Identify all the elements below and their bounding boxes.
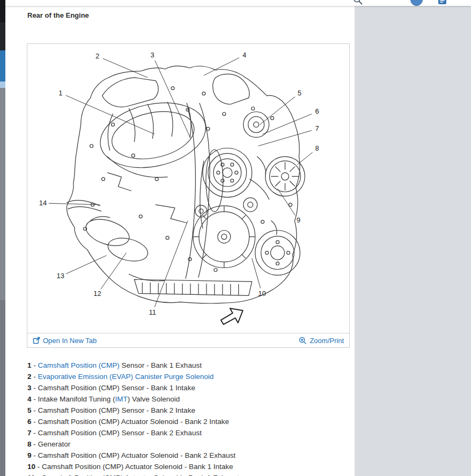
callout-number: 12 bbox=[93, 289, 101, 298]
legend-text: Camshaft Position (CMP) Sensor - Bank 2 … bbox=[38, 406, 195, 414]
legend-item-number: 8 bbox=[27, 440, 32, 448]
strip-segment bbox=[0, 50, 5, 81]
legend-item-number: 5 bbox=[27, 406, 32, 414]
legend-separator: - bbox=[35, 463, 42, 471]
callout-leader-line bbox=[297, 152, 312, 165]
zoom-print-label: Zoom/Print bbox=[310, 337, 344, 345]
figure-box: 1234567891011121314 Open In New Tab Zoom… bbox=[27, 43, 350, 348]
apps-icon[interactable] bbox=[438, 0, 447, 5]
callout-number: 11 bbox=[149, 308, 156, 316]
legend-item: 7 - Camshaft Position (CMP) Sensor - Ban… bbox=[27, 427, 352, 438]
legend-text: Camshaft Position (CMP) Actuator Solenoi… bbox=[38, 418, 229, 426]
strip-segment bbox=[0, 0, 5, 23]
legend-text: Generator bbox=[38, 440, 71, 448]
callout-number: 5 bbox=[298, 89, 301, 97]
figure-link-bar: Open In New Tab Zoom/Print bbox=[27, 333, 349, 347]
search-icon[interactable] bbox=[353, 0, 363, 5]
external-link-icon bbox=[33, 337, 40, 344]
legend-text: Intake Manifold Tuning ( bbox=[38, 395, 115, 403]
legend-item: 4 - Intake Manifold Tuning (IMT) Valve S… bbox=[27, 393, 352, 405]
callout-number: 14 bbox=[39, 199, 47, 207]
legend-item: 5 - Camshaft Position (CMP) Sensor - Ban… bbox=[27, 405, 352, 416]
legend-separator: - bbox=[32, 373, 38, 381]
legend-item: 8 - Generator bbox=[27, 438, 352, 450]
legend-link[interactable]: IMT bbox=[115, 395, 128, 403]
legend-separator: - bbox=[32, 429, 38, 437]
legend-item-number: 7 bbox=[27, 429, 32, 437]
legend-item-number: 10 bbox=[27, 463, 35, 471]
legend-separator: - bbox=[32, 384, 38, 392]
background-window-edge bbox=[0, 0, 5, 476]
legend-separator: - bbox=[32, 406, 38, 414]
legend-link[interactable]: Evaporative Emission (EVAP) Canister Pur… bbox=[38, 373, 214, 381]
top-toolbar bbox=[5, 0, 471, 6]
legend-list: 1 - Camshaft Position (CMP) Sensor - Ban… bbox=[27, 360, 352, 476]
legend-separator: - bbox=[32, 451, 38, 459]
legend-item: 1 - Camshaft Position (CMP) Sensor - Ban… bbox=[27, 360, 352, 371]
callout-number: 3 bbox=[151, 51, 154, 59]
legend-item: 11 - Camshaft Position (CMP) Actuator So… bbox=[27, 472, 352, 476]
legend-item-number: 11 bbox=[27, 474, 35, 476]
legend-item: 3 - Camshaft Position (CMP) Sensor - Ban… bbox=[27, 382, 352, 393]
legend-item-number: 2 bbox=[27, 373, 32, 381]
legend-item-number: 4 bbox=[27, 395, 32, 403]
orientation-arrow bbox=[221, 308, 243, 324]
callout-number: 1 bbox=[58, 89, 62, 97]
callout-number: 7 bbox=[315, 124, 319, 132]
callout-number: 10 bbox=[258, 289, 266, 298]
open-in-new-tab-link[interactable]: Open In New Tab bbox=[33, 337, 97, 345]
legend-item: 9 - Camshaft Position (CMP) Actuator Sol… bbox=[27, 450, 352, 461]
zoom-print-link[interactable]: Zoom/Print bbox=[299, 337, 344, 345]
legend-item-number: 6 bbox=[27, 418, 32, 426]
legend-text: Camshaft Position (CMP) Actuator Solenoi… bbox=[42, 463, 233, 471]
callout-number: 9 bbox=[297, 216, 300, 224]
strip-segment bbox=[0, 23, 5, 50]
legend-text: Camshaft Position (CMP) Actuator Solenoi… bbox=[38, 451, 235, 459]
content-panel: Rear of the Engine bbox=[5, 0, 355, 476]
page-title: Rear of the Engine bbox=[27, 11, 89, 19]
callout-number: 8 bbox=[315, 144, 319, 152]
legend-item: 10 - Camshaft Position (CMP) Actuator So… bbox=[27, 461, 352, 472]
legend-item-number: 1 bbox=[27, 361, 32, 369]
legend-text: Camshaft Position (CMP) Sensor - Bank 2 … bbox=[38, 429, 202, 437]
legend-item-number: 3 bbox=[27, 384, 32, 392]
zoom-plus-icon bbox=[299, 337, 307, 345]
legend-text: Sensor - Bank 1 Exhaust bbox=[120, 361, 202, 369]
legend-item-number: 9 bbox=[27, 451, 32, 459]
engine-diagram: 1234567891011121314 bbox=[27, 44, 349, 333]
legend-separator: - bbox=[32, 361, 38, 369]
callout-number: 2 bbox=[95, 52, 99, 60]
legend-text: ) Valve Solenoid bbox=[128, 395, 180, 403]
legend-separator: - bbox=[32, 440, 38, 448]
legend-text: Camshaft Position (CMP) Actuator Solenoi… bbox=[41, 474, 239, 476]
callout-number: 6 bbox=[315, 107, 319, 115]
legend-item: 6 - Camshaft Position (CMP) Actuator Sol… bbox=[27, 416, 352, 427]
legend-separator: - bbox=[32, 395, 38, 403]
legend-separator: - bbox=[32, 418, 38, 426]
strip-segment bbox=[0, 88, 5, 300]
legend-separator: - bbox=[35, 474, 41, 476]
legend-link[interactable]: Camshaft Position (CMP) bbox=[38, 361, 120, 369]
user-avatar[interactable] bbox=[410, 0, 423, 6]
legend-text: Camshaft Position (CMP) Sensor - Bank 1 … bbox=[38, 384, 195, 392]
open-in-new-tab-label: Open In New Tab bbox=[43, 337, 97, 345]
strip-segment bbox=[0, 81, 5, 88]
callout-number: 4 bbox=[242, 51, 246, 59]
engine-line-art bbox=[67, 66, 305, 303]
strip-segment bbox=[0, 300, 5, 476]
callout-number: 13 bbox=[57, 272, 64, 280]
legend-item: 2 - Evaporative Emission (EVAP) Canister… bbox=[27, 371, 352, 382]
